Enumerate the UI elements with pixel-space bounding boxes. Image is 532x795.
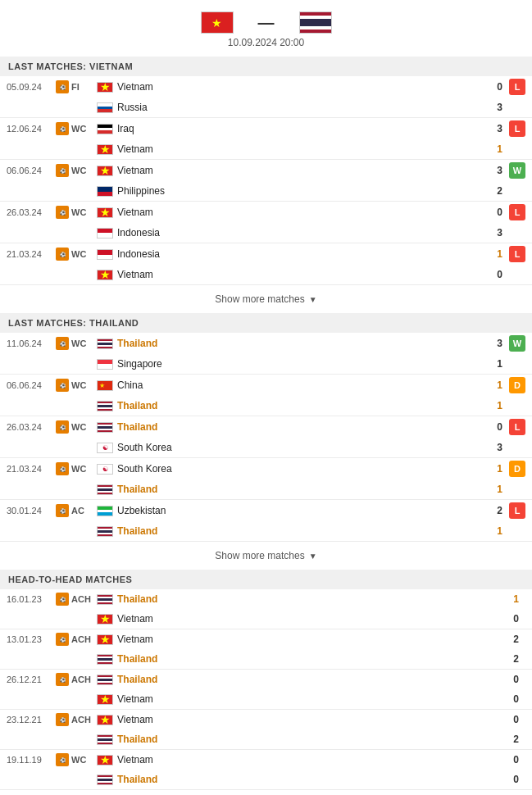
match-row: Vietnam0 (0, 265, 532, 284)
match-row: Vietnam0 (0, 689, 532, 709)
match-row: 21.03.24⚽WCIndonesia1L (0, 243, 532, 265)
match-score: 1 (484, 358, 509, 370)
th-flag-mini (97, 401, 113, 411)
result-badge: L (509, 120, 525, 137)
match-score: 2 (484, 505, 509, 516)
match-score: 0 (501, 613, 525, 625)
comp-cell: ⚽WC (56, 164, 97, 177)
match-block: 12.06.24⚽WCIraq3LVietnam1 (0, 118, 532, 160)
vn-flag-mini (97, 166, 113, 176)
match-score: 3 (484, 338, 509, 349)
team-name: Uzbekistan (113, 505, 484, 516)
match-block: 26.03.24⚽WCThailand0LSouth Korea3 (0, 416, 532, 458)
result-badge: L (509, 204, 525, 220)
match-row: Indonesia3 (0, 223, 532, 243)
competition-label: WC (71, 380, 86, 390)
result-badge: L (509, 79, 525, 95)
team-name: Indonesia (113, 248, 484, 260)
match-block: 23.12.21⚽ACHVietnam0Thailand2 (0, 710, 532, 750)
vn-flag-mini (97, 715, 113, 725)
vietnam-flag (201, 11, 234, 34)
th-flag-mini (97, 675, 113, 685)
vn-flag-mini (97, 755, 113, 765)
competition-icon: ⚽ (56, 337, 69, 350)
match-block: 16.01.23⚽ACHThailand1Vietnam0 (0, 589, 532, 629)
comp-cell: ⚽AC (56, 504, 97, 517)
page-container: — 10.09.2024 20:00 LAST MATCHES: VIETNAM… (0, 0, 532, 790)
team-name: Indonesia (113, 227, 484, 238)
team-name: Thailand (113, 734, 501, 745)
match-score: 1 (484, 484, 509, 495)
match-time: 10.09.2024 20:00 (0, 37, 532, 57)
th-flag-mini (97, 526, 113, 537)
competition-label: WC (71, 338, 86, 348)
match-row: Thailand1 (0, 396, 532, 416)
team-name: Singapore (113, 358, 484, 370)
result-badge: L (509, 246, 525, 262)
team2-flag (299, 11, 332, 34)
team-name: China (113, 379, 484, 391)
match-score: 0 (501, 754, 525, 765)
vn-flag-mini (97, 270, 113, 280)
team-name: South Korea (113, 463, 484, 475)
competition-label: FI (71, 82, 80, 92)
team-name: Vietnam (113, 143, 484, 155)
match-block: 06.06.24⚽WCVietnam3WPhilippines2 (0, 160, 532, 202)
show-more-vietnam[interactable]: Show more matches ▼ (0, 285, 532, 313)
competition-icon: ⚽ (56, 379, 69, 392)
competition-label: WC (71, 207, 86, 217)
id-flag-mini (97, 228, 113, 238)
team-name: Vietnam (113, 269, 484, 280)
match-date: 05.09.24 (7, 82, 56, 92)
match-score: 1 (484, 248, 509, 260)
match-date: 06.06.24 (7, 380, 56, 390)
team-name: Iraq (113, 123, 484, 134)
match-block: 26.03.24⚽WCVietnam0LIndonesia3 (0, 202, 532, 243)
team-name: Philippines (113, 185, 484, 197)
match-date: 30.01.24 (7, 506, 56, 516)
competition-icon: ⚽ (56, 593, 69, 606)
competition-icon: ⚽ (56, 248, 69, 261)
match-block: 13.01.23⚽ACHVietnam2Thailand2 (0, 629, 532, 670)
competition-label: AC (71, 506, 84, 516)
match-score: 3 (484, 165, 509, 176)
match-row: 06.06.24⚽WCVietnam3W (0, 160, 532, 181)
match-row: Philippines2 (0, 181, 532, 201)
match-row: 26.12.21⚽ACHThailand0 (0, 670, 532, 689)
match-date: 26.03.24 (7, 207, 56, 217)
th-flag-mini (97, 594, 113, 605)
team-name: Vietnam (113, 207, 484, 218)
vn-flag-mini (97, 694, 113, 705)
match-row: Singapore1 (0, 354, 532, 374)
th-flag-mini (97, 484, 113, 495)
match-date: 16.01.23 (7, 594, 56, 604)
team-name: Thailand (113, 525, 484, 537)
match-date: 19.11.19 (7, 755, 56, 765)
match-row: 26.03.24⚽WCThailand0L (0, 416, 532, 438)
match-row: 21.03.24⚽WCSouth Korea1D (0, 458, 532, 479)
competition-icon: ⚽ (56, 753, 69, 766)
competition-label: ACH (71, 634, 91, 644)
match-row: 19.11.19⚽WCVietnam0 (0, 750, 532, 770)
competition-icon: ⚽ (56, 673, 69, 686)
comp-cell: ⚽WC (56, 206, 97, 219)
match-score: 1 (484, 525, 509, 537)
vn-flag-mini (97, 634, 113, 645)
competition-icon: ⚽ (56, 206, 69, 219)
comp-cell: ⚽WC (56, 379, 97, 392)
match-score: 3 (484, 102, 509, 113)
show-more-thailand-label: Show more matches (215, 550, 304, 561)
match-score: 0 (501, 714, 525, 725)
th-flag-mini (97, 338, 113, 349)
match-row: 30.01.24⚽ACUzbekistan2L (0, 500, 532, 521)
match-date: 26.12.21 (7, 675, 56, 684)
comp-cell: ⚽ACH (56, 713, 97, 726)
show-more-thailand[interactable]: Show more matches ▼ (0, 542, 532, 570)
competition-label: WC (71, 166, 86, 175)
vietnam-matches-list: 05.09.24⚽FIVietnam0LRussia312.06.24⚽WCIr… (0, 76, 532, 285)
match-score: 0 (484, 269, 509, 280)
match-score: 2 (501, 634, 525, 645)
result-badge: W (509, 335, 525, 352)
match-score: 0 (484, 207, 509, 218)
team-name: Vietnam (113, 165, 484, 176)
